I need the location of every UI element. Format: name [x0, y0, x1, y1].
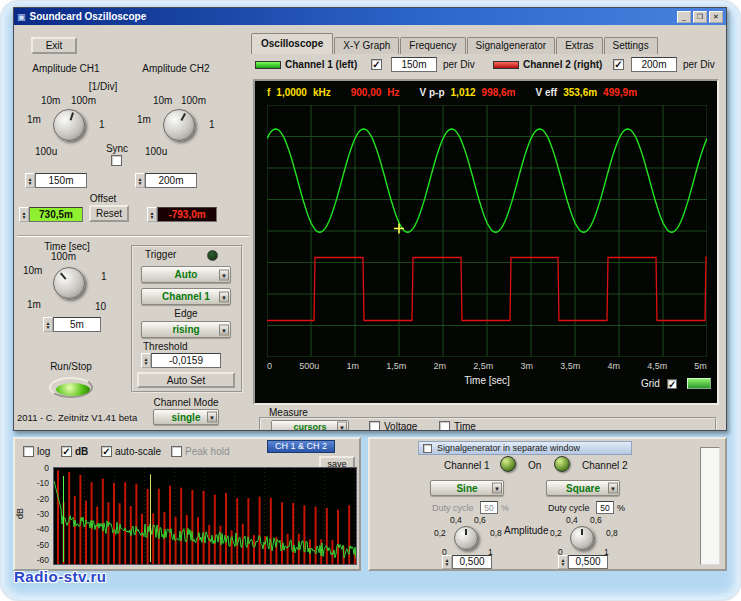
amplitude-ch2-value[interactable]: ▲▼ 200m — [135, 173, 197, 188]
offset-ch2-spinner[interactable]: ▲▼ — [147, 207, 157, 222]
time-scale-10: 10 — [95, 301, 106, 312]
trigger-mode-dropdown[interactable]: Auto ▼ — [141, 266, 231, 283]
maximize-button[interactable]: ❐ — [693, 11, 707, 23]
tab-xy-graph[interactable]: X-Y Graph — [334, 37, 399, 54]
gen-ch2-waveform-dropdown[interactable]: Square ▼ — [546, 480, 620, 496]
voltage-checkbox[interactable] — [369, 421, 380, 431]
gen2-scale-02: 0,2 — [550, 528, 562, 538]
offset-ch2-value[interactable]: ▲▼ -793,0m — [147, 207, 217, 222]
reset-button[interactable]: Reset — [89, 205, 129, 222]
ch1-enable-checkbox[interactable]: ✓ — [371, 59, 382, 70]
ch2-per-div-label: per Div — [683, 59, 715, 70]
duty-ch1-percent: % — [501, 503, 509, 513]
chevron-down-icon[interactable]: ▼ — [219, 269, 229, 280]
log-checkbox[interactable] — [23, 446, 34, 457]
gen-amp-ch1-knob-pointer — [455, 527, 477, 549]
amplitude-ch2-knob-pointer — [159, 105, 200, 146]
autoscale-checkbox[interactable]: ✓ — [101, 446, 112, 457]
amplitude-ch1-spinner[interactable]: ▲▼ — [25, 173, 35, 188]
gen-amplitude-label: Amplitude — [504, 525, 548, 536]
db-label: dB — [75, 446, 88, 457]
tab-oscilloscope[interactable]: Oscilloscope — [251, 33, 333, 54]
ch2-enable-checkbox[interactable]: ✓ — [613, 59, 624, 70]
amplitude-ch2-knob[interactable] — [163, 109, 195, 141]
channel-mode-dropdown[interactable]: single ▼ — [153, 409, 219, 425]
amplitude-ch2-spinner[interactable]: ▲▼ — [135, 173, 145, 188]
oscilloscope-window: ▣ Soundcard Oszilloscope _ ❐ ✕ Exit Ampl… — [13, 7, 727, 431]
duty-ch1-value[interactable]: 50 — [480, 501, 498, 514]
close-button[interactable]: ✕ — [709, 11, 723, 23]
time-spinner[interactable]: ▲▼ — [43, 317, 53, 332]
duty-ch2-value[interactable]: 50 — [596, 501, 614, 514]
gen-amp-ch1-value[interactable]: ▲▼ 0,500 — [442, 555, 492, 569]
time-knob[interactable] — [53, 267, 85, 299]
vpp-ch1-value: 1,012 — [451, 87, 476, 98]
time-knob-pointer — [48, 262, 90, 304]
tab-settings[interactable]: Settings — [604, 37, 658, 54]
titlebar[interactable]: ▣ Soundcard Oszilloscope _ ❐ ✕ — [14, 8, 726, 25]
gen-amp-ch1-spinner[interactable]: ▲▼ — [442, 555, 452, 569]
chevron-down-icon[interactable]: ▼ — [219, 291, 229, 302]
duty-ch1-label: Duty cycle — [432, 503, 474, 513]
gen-ch1-on-led[interactable] — [500, 456, 516, 472]
trigger-threshold-value[interactable]: ▲▼ -0,0159 — [141, 353, 221, 368]
trigger-title: Trigger — [145, 249, 176, 260]
gen-amp-ch2-value-text: 0,500 — [568, 555, 608, 569]
gen-amp-ch2-spinner[interactable]: ▲▼ — [558, 555, 568, 569]
threshold-spinner[interactable]: ▲▼ — [141, 353, 151, 368]
chevron-down-icon[interactable]: ▼ — [207, 412, 217, 423]
auto-set-button[interactable]: Auto Set — [137, 372, 235, 388]
generator-header: Signalgenerator in separate window — [418, 441, 632, 455]
grid-intensity-slider[interactable] — [687, 378, 711, 389]
gen2-scale-06: 0,6 — [590, 515, 602, 525]
chevron-down-icon[interactable]: ▼ — [337, 422, 347, 432]
chevron-down-icon[interactable]: ▼ — [492, 483, 502, 494]
ch2-scale-10m: 10m — [153, 95, 172, 106]
amplitude-ch1-value[interactable]: ▲▼ 150m — [25, 173, 87, 188]
amplitude-ch1-knob[interactable] — [53, 109, 85, 141]
spectrum-panel: log ✓ dB ✓ auto-scale Peak hold CH 1 & C… — [13, 437, 361, 571]
trigger-edge-dropdown[interactable]: rising ▼ — [141, 321, 231, 338]
gen-ch2-on-led[interactable] — [554, 456, 570, 472]
db-checkbox[interactable]: ✓ — [61, 446, 72, 457]
tab-extras[interactable]: Extras — [556, 37, 602, 54]
gen-amp-ch1-knob[interactable] — [454, 526, 478, 550]
ch2-color-swatch — [493, 61, 519, 69]
ch1-scale-10m: 10m — [41, 95, 60, 106]
gen-ch1-waveform-dropdown[interactable]: Sine ▼ — [430, 480, 504, 496]
threshold-value-text: -0,0159 — [151, 353, 221, 368]
version-text: 2011 - C. Zeitnitz V1.41 beta — [17, 412, 137, 423]
trigger-source-dropdown[interactable]: Channel 1 ▼ — [141, 288, 231, 305]
gen-amp-ch2-knob[interactable] — [570, 526, 594, 550]
time-scale-100m: 100m — [51, 251, 76, 262]
spectrum-channel-tab[interactable]: CH 1 & CH 2 — [267, 440, 335, 453]
gen1-scale-04: 0,4 — [450, 515, 462, 525]
gen-amp-ch2-value[interactable]: ▲▼ 0,500 — [558, 555, 608, 569]
ch2-div-value[interactable]: 200m — [631, 57, 677, 72]
gen1-scale-08: 0,8 — [490, 528, 502, 538]
offset-ch1-value[interactable]: ▲▼ 730,5m — [19, 207, 83, 222]
x-axis-ticks: 0500u1m1,5m2m2,5m3m3,5m4m4,5m5m — [267, 361, 707, 371]
time-value[interactable]: ▲▼ 5m — [43, 317, 101, 332]
chevron-down-icon[interactable]: ▼ — [219, 324, 229, 335]
run-stop-label: Run/Stop — [31, 361, 111, 372]
ch2-scale-1: 1 — [209, 119, 215, 130]
exit-button[interactable]: Exit — [31, 37, 77, 54]
chevron-down-icon[interactable]: ▼ — [608, 483, 618, 494]
peakhold-checkbox[interactable] — [171, 446, 182, 457]
cursors-dropdown[interactable]: cursors ▼ — [271, 420, 349, 431]
gen-side-slider-track[interactable] — [700, 447, 720, 565]
tab-signalgenerator[interactable]: Signalgenerator — [467, 37, 556, 54]
sync-checkbox[interactable] — [111, 155, 122, 166]
minimize-button[interactable]: _ — [677, 11, 691, 23]
offset-ch1-spinner[interactable]: ▲▼ — [19, 207, 29, 222]
time-checkbox[interactable] — [439, 421, 450, 431]
scope-plot[interactable] — [267, 105, 707, 357]
gen-amp-ch1-value-text: 0,500 — [452, 555, 492, 569]
run-stop-button[interactable] — [49, 377, 93, 398]
spectrum-display[interactable] — [53, 467, 357, 565]
separate-window-checkbox[interactable] — [423, 444, 432, 453]
grid-checkbox[interactable]: ✓ — [667, 379, 677, 389]
tab-frequency[interactable]: Frequency — [400, 37, 465, 54]
ch1-div-value[interactable]: 150m — [391, 57, 437, 72]
